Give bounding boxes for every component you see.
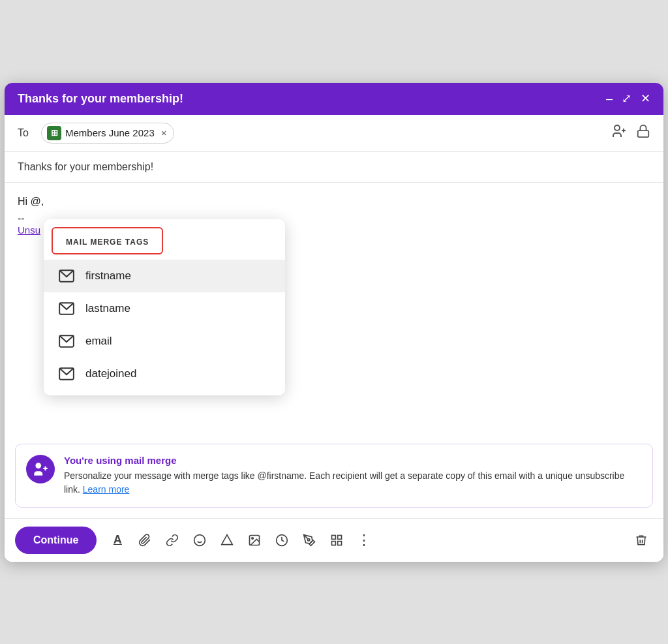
banner-text: Personalize your message with merge tags… [64,469,642,497]
recipient-chip-remove[interactable]: × [161,127,167,138]
merge-tag-email-label: email [85,335,112,348]
layout-icon[interactable] [325,529,348,552]
continue-button[interactable]: Continue [15,527,97,554]
link-icon[interactable] [160,529,184,552]
signature-icon[interactable] [297,529,321,552]
merge-tag-lastname-label: lastname [85,302,130,315]
to-label: To [18,127,33,139]
lock-icon[interactable] [636,124,650,142]
emoji-icon[interactable] [188,529,211,552]
subject-text: Thanks for your membership! [18,161,153,172]
subject-row: Thanks for your membership! [5,152,663,183]
banner-content: You're using mail merge Personalize your… [64,455,642,497]
text-format-icon[interactable]: A [106,529,129,552]
banner-icon [26,455,55,483]
delete-icon[interactable] [630,529,653,552]
merge-tag-firstname[interactable]: firstname [44,260,285,292]
attach-icon[interactable] [133,529,157,552]
svg-point-8 [35,463,41,468]
body-area[interactable]: Hi @, -- Unsu MAIL MERGE TAGS firstname [5,183,663,431]
close-button[interactable]: ✕ [641,93,650,104]
email-compose-window: Thanks for your membership! – ⤢ ✕ To ⊞ M… [5,83,663,562]
drive-icon[interactable] [215,529,239,552]
to-row-actions [611,123,650,142]
photo-icon[interactable] [243,529,266,552]
unsubscribe-link[interactable]: Unsu [18,224,40,236]
svg-rect-22 [332,541,336,545]
learn-more-link[interactable]: Learn more [83,484,130,495]
recipient-chip-name: Members June 2023 [65,127,155,138]
merge-dropdown-header: MAIL MERGE TAGS [52,227,163,254]
svg-rect-20 [338,535,342,539]
svg-rect-19 [332,535,336,539]
maximize-button[interactable]: ⤢ [622,93,631,104]
svg-rect-21 [338,541,342,545]
more-options-icon[interactable]: ⋮ [352,529,376,552]
merge-tag-lastname[interactable]: lastname [44,292,285,325]
mail-merge-banner: You're using mail merge Personalize your… [15,444,653,508]
svg-rect-3 [638,130,649,137]
svg-point-11 [194,534,205,545]
recipient-chip[interactable]: ⊞ Members June 2023 × [41,123,174,144]
to-row: To ⊞ Members June 2023 × [5,115,663,152]
svg-marker-14 [222,534,233,544]
merge-tag-icon-email [57,331,76,351]
schedule-icon[interactable] [270,529,294,552]
merge-tag-icon-datejoined [57,364,76,384]
svg-point-18 [308,538,310,540]
toolbar: Continue A ⋮ [5,518,663,562]
svg-point-0 [615,125,620,130]
merge-tag-firstname-label: firstname [85,269,131,283]
body-greeting: Hi @, [18,196,650,207]
minimize-button[interactable]: – [606,93,613,104]
banner-title: You're using mail merge [64,455,642,466]
title-bar-controls: – ⤢ ✕ [606,93,650,104]
merge-dropdown: MAIL MERGE TAGS firstname [44,219,285,395]
merge-tag-datejoined-label: datejoined [85,367,136,380]
recipient-chip-icon: ⊞ [47,126,61,140]
window-title: Thanks for your membership! [18,92,183,106]
add-recipients-icon[interactable] [611,123,627,142]
merge-tag-icon-lastname [57,299,76,318]
merge-tag-list: firstname lastname [44,257,285,395]
title-bar: Thanks for your membership! – ⤢ ✕ [5,83,663,115]
merge-tag-email[interactable]: email [44,325,285,358]
merge-tag-icon-firstname [57,266,76,286]
svg-point-16 [252,537,254,539]
merge-tag-datejoined[interactable]: datejoined [44,358,285,390]
